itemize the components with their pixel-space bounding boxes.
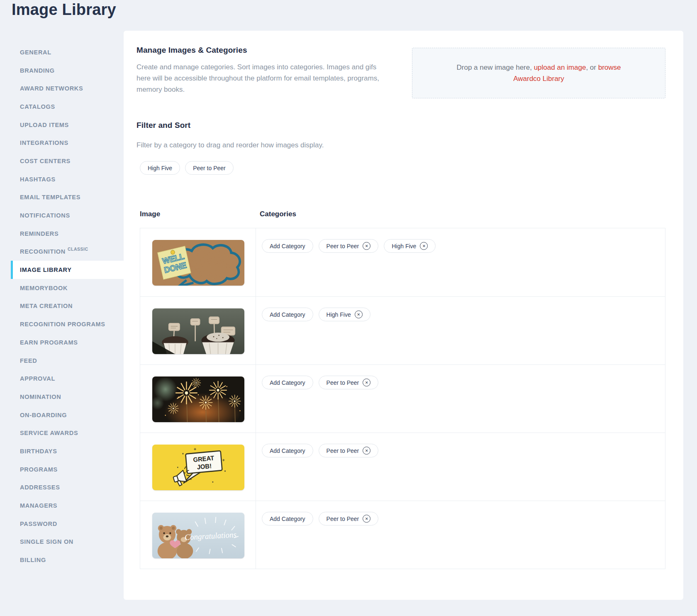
image-cell [140, 297, 256, 364]
category-tag-label: Peer to Peer [327, 516, 359, 522]
filter-sort-description: Filter by a category to drag and reorder… [136, 139, 452, 151]
sidebar-item-billing[interactable]: BILLING [0, 551, 124, 569]
dropzone-text: Drop a new image here, upload an image, … [445, 62, 633, 84]
image-cell: WELL DONE [140, 228, 256, 296]
sidebar-item-on-boarding[interactable]: ON-BOARDING [0, 406, 124, 424]
image-dropzone[interactable]: Drop a new image here, upload an image, … [412, 48, 665, 98]
categories-cell: Add Category Peer to Peer ✕ [256, 433, 665, 501]
sidebar-item-earn-programs[interactable]: EARN PROGRAMS [0, 333, 124, 352]
table-row: Congratulations Add Category Peer to Pee… [140, 501, 665, 569]
corkboard-image: WELL DONE [152, 240, 244, 286]
sidebar-item-memorybook[interactable]: MEMORYBOOK [0, 279, 124, 297]
table-row: WELL DONE Add Category Peer to Peer ✕ Hi… [140, 228, 665, 296]
categories-cell: Add Category High Five ✕ [256, 297, 665, 364]
category-tag-label: Peer to Peer [327, 379, 359, 386]
sidebar-item-branding[interactable]: BRANDING [0, 61, 124, 80]
sidebar-item-cost-centers[interactable]: COST CENTERS [0, 152, 124, 170]
sidebar-item-nomination[interactable]: NOMINATION [0, 388, 124, 406]
category-tag-label: High Five [392, 243, 416, 249]
category-tag-label: Peer to Peer [327, 447, 359, 454]
image-library-settings-page: { "page": { "title": "Image Library" }, … [0, 0, 697, 616]
sidebar-item-general[interactable]: GENERAL [0, 43, 124, 61]
remove-category-icon[interactable]: ✕ [363, 379, 370, 386]
categories-cell: Add Category Peer to Peer ✕ [256, 501, 665, 569]
sidebar-item-password[interactable]: PASSWORD [0, 515, 124, 533]
add-category-button[interactable]: Add Category [262, 376, 313, 389]
sidebar-item-reminders[interactable]: REMINDERS [0, 225, 124, 243]
category-tag-peer-to-peer: Peer to Peer ✕ [319, 376, 379, 389]
dropzone-separator: , or [586, 64, 598, 71]
image-cell [140, 365, 256, 433]
image-cell: GREAT JOB! [140, 433, 256, 501]
category-tag-label: High Five [327, 311, 351, 318]
sparklers-image [152, 376, 244, 422]
add-category-button[interactable]: Add Category [262, 239, 313, 253]
filter-sort-title: Filter and Sort [136, 121, 190, 130]
image-cell: Congratulations [140, 501, 256, 569]
sidebar-item-programs[interactable]: PROGRAMS [0, 460, 124, 479]
category-tag-high-five: High Five ✕ [384, 239, 436, 253]
image-thumbnail-cupcake-toppers[interactable] [152, 308, 244, 354]
table-row: Add Category High Five ✕ [140, 296, 665, 364]
sidebar-item-birthdays[interactable]: BIRTHDAYS [0, 442, 124, 460]
column-header-image: Image [140, 210, 160, 218]
upload-image-link[interactable]: upload an image [534, 64, 586, 71]
image-thumbnail-sparklers[interactable] [152, 376, 244, 422]
filter-pill-peer-to-peer[interactable]: Peer to Peer [185, 161, 234, 175]
sidebar-item-recognition-programs[interactable]: RECOGNITION PROGRAMS [0, 315, 124, 333]
svg-text:JOB!: JOB! [197, 462, 212, 470]
sidebar-item-approval[interactable]: APPROVAL [0, 369, 124, 388]
image-library-panel: Manage Images & Categories Create and ma… [124, 31, 683, 600]
teddy-bears-image: Congratulations [152, 513, 244, 558]
image-thumbnail-teddy-bears[interactable]: Congratulations [152, 513, 244, 558]
table-row: Add Category Peer to Peer ✕ [140, 364, 665, 433]
classic-badge: CLASSIC [68, 247, 88, 252]
sidebar-item-integrations[interactable]: INTEGRATIONS [0, 134, 124, 152]
settings-sidebar: GENERAL BRANDING AWARD NETWORKS CATALOGS… [0, 43, 124, 569]
category-tag-peer-to-peer: Peer to Peer ✕ [319, 239, 379, 253]
table-row: GREAT JOB! Add Category Pe [140, 433, 665, 501]
image-table: WELL DONE Add Category Peer to Peer ✕ Hi… [140, 228, 665, 569]
remove-category-icon[interactable]: ✕ [420, 242, 428, 250]
column-header-categories: Categories [260, 210, 296, 218]
sidebar-item-single-sign-on[interactable]: SINGLE SIGN ON [0, 533, 124, 551]
sidebar-item-image-library[interactable]: IMAGE LIBRARY [11, 261, 124, 279]
sidebar-item-service-awards[interactable]: SERVICE AWARDS [0, 424, 124, 442]
add-category-button[interactable]: Add Category [262, 512, 313, 526]
filter-pill-group: High Five Peer to Peer [140, 161, 234, 175]
sidebar-item-label: RECOGNITION [20, 248, 66, 255]
sidebar-item-addresses[interactable]: ADDRESSES [0, 479, 124, 497]
category-tag-peer-to-peer: Peer to Peer ✕ [319, 512, 379, 526]
great-job-image: GREAT JOB! [152, 445, 244, 490]
categories-cell: Add Category Peer to Peer ✕ High Five ✕ [256, 228, 665, 296]
sidebar-item-notifications[interactable]: NOTIFICATIONS [0, 206, 124, 225]
section-title: Manage Images & Categories [136, 46, 247, 55]
sidebar-item-feed[interactable]: FEED [0, 352, 124, 370]
remove-category-icon[interactable]: ✕ [355, 310, 363, 318]
image-thumbnail-well-done-corkboard[interactable]: WELL DONE [152, 240, 244, 286]
page-title: Image Library [12, 1, 116, 19]
image-thumbnail-great-job[interactable]: GREAT JOB! [152, 445, 244, 490]
remove-category-icon[interactable]: ✕ [363, 515, 370, 523]
sidebar-item-email-templates[interactable]: EMAIL TEMPLATES [0, 188, 124, 207]
dropzone-prefix: Drop a new image here, [457, 64, 534, 71]
filter-pill-high-five[interactable]: High Five [140, 161, 180, 175]
add-category-button[interactable]: Add Category [262, 444, 313, 457]
cupcakes-image [152, 308, 244, 354]
sidebar-item-award-networks[interactable]: AWARD NETWORKS [0, 79, 124, 98]
category-tag-high-five: High Five ✕ [319, 308, 370, 321]
sidebar-item-upload-items[interactable]: UPLOAD ITEMS [0, 116, 124, 134]
sidebar-item-hashtags[interactable]: HASHTAGS [0, 170, 124, 188]
category-tag-label: Peer to Peer [327, 243, 359, 249]
remove-category-icon[interactable]: ✕ [363, 242, 370, 250]
section-description: Create and manage categories. Sort image… [136, 61, 390, 95]
remove-category-icon[interactable]: ✕ [363, 447, 370, 455]
sidebar-item-recognition-classic[interactable]: RECOGNITION CLASSIC [0, 243, 124, 261]
sidebar-item-catalogs[interactable]: CATALOGS [0, 98, 124, 116]
categories-cell: Add Category Peer to Peer ✕ [256, 365, 665, 433]
sidebar-item-meta-creation[interactable]: META CREATION [0, 297, 124, 315]
add-category-button[interactable]: Add Category [262, 308, 313, 321]
sidebar-item-managers[interactable]: MANAGERS [0, 496, 124, 515]
category-tag-peer-to-peer: Peer to Peer ✕ [319, 444, 379, 457]
